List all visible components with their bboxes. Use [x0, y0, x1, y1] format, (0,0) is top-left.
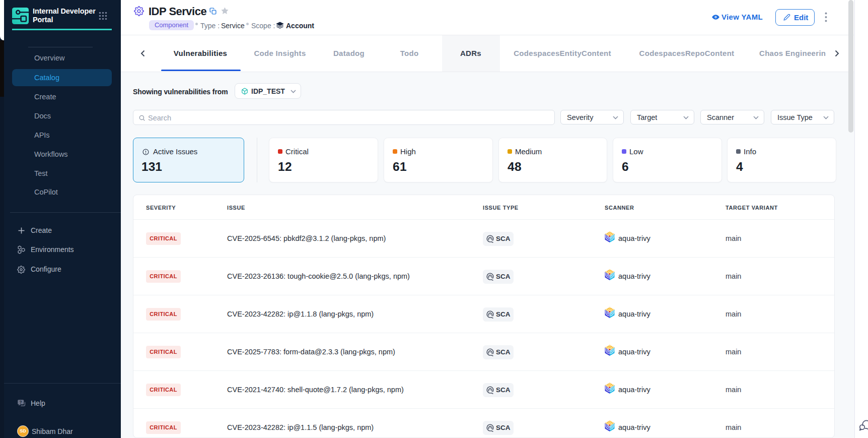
svg-text:?: ?	[20, 400, 22, 405]
